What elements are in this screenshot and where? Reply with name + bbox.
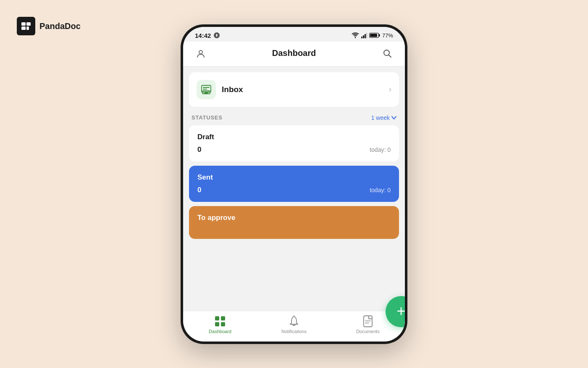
svg-rect-6 xyxy=(363,35,364,38)
status-bar: 14:42 xyxy=(183,27,405,42)
inbox-chevron: › xyxy=(389,85,391,94)
draft-count: 0 xyxy=(197,146,201,154)
svg-rect-20 xyxy=(215,316,219,320)
draft-bottom: 0 today: 0 xyxy=(197,146,391,154)
nav-label-notifications: Notifications xyxy=(281,329,307,334)
svg-rect-1 xyxy=(26,22,31,26)
svg-rect-17 xyxy=(205,92,208,93)
fab-plus-icon: + xyxy=(396,304,405,319)
svg-rect-3 xyxy=(26,26,29,30)
profile-button[interactable] xyxy=(193,46,208,61)
nav-label-dashboard: Dashboard xyxy=(209,329,231,334)
phone-wrapper: 14:42 xyxy=(181,24,407,344)
content-area: Inbox › STATUSES 1 week Draf xyxy=(183,66,405,311)
svg-rect-8 xyxy=(366,33,367,38)
week-filter[interactable]: 1 week xyxy=(371,114,396,121)
nav-item-documents[interactable]: Documents xyxy=(353,315,383,334)
bottom-nav: Dashboard Notifications xyxy=(183,311,405,342)
inbox-label: Inbox xyxy=(222,85,243,94)
nav-item-notifications[interactable]: Notifications xyxy=(279,315,309,334)
documents-icon xyxy=(362,315,374,327)
nav-item-dashboard[interactable]: Dashboard xyxy=(205,315,235,334)
status-icons: 77% xyxy=(352,32,393,39)
status-card-draft[interactable]: Draft 0 today: 0 xyxy=(189,125,399,161)
svg-rect-10 xyxy=(370,34,377,37)
svg-rect-2 xyxy=(21,26,26,30)
status-card-sent[interactable]: Sent 0 today: 0 xyxy=(189,166,399,202)
search-button[interactable] xyxy=(380,46,395,61)
inbox-left: Inbox xyxy=(197,80,243,99)
svg-rect-21 xyxy=(221,316,225,320)
to-approve-title: To approve xyxy=(197,214,391,222)
svg-rect-0 xyxy=(21,22,26,26)
svg-rect-23 xyxy=(221,322,225,326)
phone-frame: 14:42 xyxy=(181,24,407,344)
status-card-to-approve[interactable]: To approve xyxy=(189,206,399,239)
sent-count: 0 xyxy=(197,186,201,194)
draft-title: Draft xyxy=(197,133,391,141)
svg-point-12 xyxy=(199,50,202,54)
dashboard-icon xyxy=(214,315,226,327)
sent-bottom: 0 today: 0 xyxy=(197,186,391,194)
app-header: Dashboard xyxy=(183,42,405,66)
sent-title: Sent xyxy=(197,173,391,182)
notifications-icon xyxy=(288,315,300,327)
phone-screen: 14:42 xyxy=(183,27,405,342)
svg-rect-22 xyxy=(215,322,219,326)
svg-rect-25 xyxy=(364,316,372,327)
svg-rect-7 xyxy=(365,34,366,38)
status-time: 14:42 xyxy=(195,32,220,39)
inbox-card[interactable]: Inbox › xyxy=(189,72,399,107)
pandadoc-logo: PandaDoc xyxy=(17,17,81,35)
statuses-header: STATUSES 1 week xyxy=(183,107,405,125)
svg-rect-11 xyxy=(379,34,380,37)
inbox-icon-bg xyxy=(197,80,216,99)
statuses-label: STATUSES xyxy=(192,114,223,121)
draft-today: today: 0 xyxy=(370,146,391,153)
logo-text: PandaDoc xyxy=(39,21,81,31)
svg-rect-18 xyxy=(203,87,210,88)
nav-label-documents: Documents xyxy=(356,329,380,334)
svg-rect-19 xyxy=(203,89,207,90)
header-title: Dashboard xyxy=(272,48,316,58)
svg-rect-5 xyxy=(361,37,362,38)
logo-icon xyxy=(17,17,35,35)
sent-today: today: 0 xyxy=(370,187,391,193)
